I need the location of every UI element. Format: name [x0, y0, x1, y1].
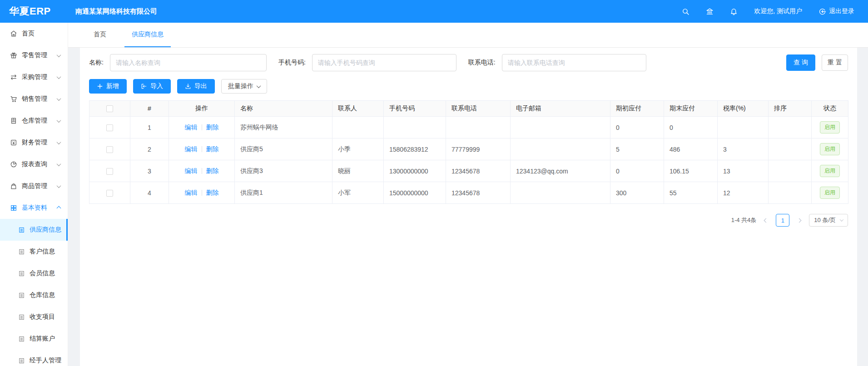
row-checkbox[interactable] — [106, 190, 113, 197]
edit-link[interactable]: 编辑 — [185, 145, 198, 153]
delete-link[interactable]: 删除 — [206, 124, 219, 131]
cell-phone: 15000000000 — [384, 182, 446, 204]
cell-tax — [718, 117, 769, 138]
cell-tel: 77779999 — [446, 138, 511, 160]
content-card: 名称: 手机号码: 联系电话: 查 询 重 置 新增 导入 导出 — [80, 48, 857, 366]
reset-button[interactable]: 重 置 — [822, 54, 848, 71]
cell-index: 3 — [130, 160, 169, 182]
document-icon — [18, 314, 25, 321]
chevron-down-icon — [57, 140, 61, 144]
delete-link[interactable]: 删除 — [206, 145, 219, 153]
sidebar-item-label: 商品管理 — [22, 182, 47, 190]
delete-link[interactable]: 删除 — [206, 189, 219, 196]
tab-home[interactable]: 首页 — [86, 23, 114, 47]
sidebar-subitem-settlement-account[interactable]: 结算账户 — [0, 328, 68, 350]
col-begin-payable: 期初应付 — [610, 101, 664, 117]
status-badge: 启用 — [820, 121, 840, 134]
sidebar-item-products[interactable]: 商品管理 — [0, 175, 68, 197]
sidebar-item-label: 基本资料 — [22, 204, 47, 212]
chevron-up-icon — [57, 206, 61, 210]
select-all-checkbox[interactable] — [106, 105, 113, 112]
sidebar-item-label: 首页 — [22, 30, 35, 38]
export-label: 导出 — [194, 82, 207, 90]
delete-link[interactable]: 删除 — [206, 167, 219, 174]
sidebar-subitem-supplier-info[interactable]: 供应商信息 — [0, 219, 68, 241]
cell-tel — [446, 117, 511, 138]
sidebar-subitem-label: 仓库信息 — [30, 291, 55, 299]
search-form: 名称: 手机号码: 联系电话: 查 询 重 置 — [89, 54, 848, 71]
search-icon[interactable] — [682, 8, 689, 15]
document-icon — [18, 357, 25, 364]
row-checkbox[interactable] — [106, 124, 113, 131]
table-row: 4 编辑删除 供应商1 小军 15000000000 12345678 300 … — [89, 182, 848, 204]
col-email: 电子邮箱 — [511, 101, 610, 117]
main-content: 名称: 手机号码: 联系电话: 查 询 重 置 新增 导入 导出 — [68, 48, 868, 366]
row-checkbox[interactable] — [106, 168, 113, 175]
edit-link[interactable]: 编辑 — [185, 124, 198, 131]
sidebar-item-warehouse[interactable]: 仓库管理 — [0, 110, 68, 132]
row-checkbox[interactable] — [106, 146, 113, 153]
sidebar-item-label: 采购管理 — [22, 73, 47, 81]
status-badge: 启用 — [820, 143, 840, 155]
table-row: 2 编辑删除 供应商5 小季 15806283912 77779999 5 48… — [89, 138, 848, 160]
prev-page-button[interactable] — [763, 217, 769, 224]
sidebar-subitem-customer-info[interactable]: 客户信息 — [0, 241, 68, 262]
col-contact: 联系人 — [332, 101, 384, 117]
logout-button[interactable]: 退出登录 — [818, 7, 854, 15]
sidebar-item-retail[interactable]: 零售管理 — [0, 45, 68, 66]
import-button[interactable]: 导入 — [133, 79, 171, 94]
sidebar-item-label: 零售管理 — [22, 51, 47, 59]
page-size-select[interactable]: 10 条/页 — [809, 214, 848, 227]
query-button[interactable]: 查 询 — [786, 54, 815, 71]
sidebar-subitem-label: 会员信息 — [30, 269, 55, 277]
col-name: 名称 — [235, 101, 332, 117]
tel-search-input[interactable] — [502, 54, 646, 71]
col-index: # — [130, 101, 169, 117]
sidebar-subitem-member-info[interactable]: 会员信息 — [0, 262, 68, 284]
sidebar-item-basic-data[interactable]: 基本资料 — [0, 197, 68, 219]
name-search-input[interactable] — [110, 54, 267, 71]
col-tel: 联系电话 — [446, 101, 511, 117]
cell-contact: 小季 — [332, 138, 384, 160]
welcome-user[interactable]: 欢迎您, 测试用户 — [754, 7, 802, 15]
edit-link[interactable]: 编辑 — [185, 167, 198, 174]
document-icon — [18, 248, 25, 255]
batch-label: 批量操作 — [228, 82, 253, 90]
sidebar-item-label: 仓库管理 — [22, 117, 47, 125]
sidebar-item-label: 报表查询 — [22, 160, 47, 168]
sidebar-item-home[interactable]: 首页 — [0, 23, 68, 45]
sidebar-item-purchase[interactable]: 采购管理 — [0, 66, 68, 88]
bell-icon[interactable] — [730, 8, 738, 15]
swap-icon — [10, 74, 17, 81]
plus-icon — [97, 83, 103, 89]
col-tax: 税率(%) — [718, 101, 769, 117]
cabinet-icon — [10, 117, 17, 124]
chevron-right-icon — [797, 218, 802, 223]
cart-icon — [10, 95, 17, 103]
batch-actions-dropdown[interactable]: 批量操作 — [221, 79, 267, 94]
chevron-down-icon — [57, 74, 61, 79]
next-page-button[interactable] — [796, 217, 803, 224]
edit-link[interactable]: 编辑 — [185, 189, 198, 196]
phone-search-input[interactable] — [312, 54, 456, 71]
chevron-down-icon — [57, 162, 61, 166]
status-badge: 启用 — [820, 187, 840, 199]
sidebar-subitem-income-expense[interactable]: 收支项目 — [0, 306, 68, 328]
tab-supplier-info[interactable]: 供应商信息 — [124, 23, 171, 47]
cell-begin-payable: 0 — [610, 160, 664, 182]
add-button[interactable]: 新增 — [89, 79, 127, 94]
sidebar-subitem-warehouse-info[interactable]: 仓库信息 — [0, 284, 68, 306]
grid-icon — [10, 204, 17, 212]
page-number[interactable]: 1 — [776, 214, 789, 227]
logo-cn: 华夏 — [9, 5, 30, 17]
cell-index: 2 — [130, 138, 169, 160]
col-status: 状态 — [812, 101, 848, 117]
sidebar-subitem-label: 结算账户 — [30, 335, 55, 343]
sidebar-item-reports[interactable]: 报表查询 — [0, 153, 68, 175]
sidebar-item-finance[interactable]: 财务管理 — [0, 132, 68, 153]
export-button[interactable]: 导出 — [177, 79, 215, 94]
sidebar-subitem-handler-management[interactable]: 经手人管理 — [0, 350, 68, 366]
sidebar-item-sales[interactable]: 销售管理 — [0, 88, 68, 110]
cell-contact — [332, 117, 384, 138]
platform-icon[interactable] — [706, 8, 714, 15]
